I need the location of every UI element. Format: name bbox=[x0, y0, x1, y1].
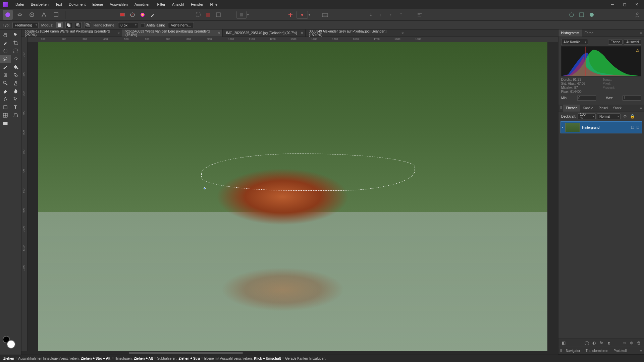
eraser-tool[interactable] bbox=[0, 87, 11, 95]
tab-stock[interactable]: Stock bbox=[610, 105, 624, 112]
clone-tool[interactable] bbox=[11, 71, 21, 79]
max-input[interactable] bbox=[623, 96, 641, 101]
arrange-forward[interactable]: ↑ bbox=[387, 11, 395, 19]
window-maximize[interactable]: ▢ bbox=[620, 1, 629, 8]
fill-tool[interactable] bbox=[11, 63, 21, 71]
panel-dock-icon[interactable]: ⠿ bbox=[558, 105, 563, 112]
menu-auswaehlen[interactable]: Auswählen bbox=[106, 1, 131, 8]
menu-ebene[interactable]: Ebene bbox=[89, 1, 106, 8]
canvas[interactable] bbox=[28, 42, 558, 351]
stock-icon[interactable] bbox=[568, 11, 576, 19]
menu-ansicht[interactable]: Ansicht bbox=[169, 1, 187, 8]
doc-tab-2[interactable]: IMG_20200625_205140.jpg [Geändert] (20.7… bbox=[223, 29, 306, 37]
account-icon[interactable] bbox=[633, 11, 641, 19]
mode-add[interactable] bbox=[65, 22, 72, 28]
menu-datei[interactable]: Datei bbox=[12, 1, 28, 8]
group-layers-icon[interactable]: ▭ bbox=[621, 340, 627, 346]
swatch-fill[interactable] bbox=[118, 11, 126, 19]
arrange-back[interactable]: ⤓ bbox=[367, 11, 375, 19]
blend-mode-dropdown[interactable]: Normal bbox=[597, 113, 621, 119]
view-tool[interactable] bbox=[0, 119, 11, 127]
histogram-layer-button[interactable]: Ebene bbox=[608, 40, 623, 45]
ruler-vertical[interactable]: 100200300400500600700800900100011001200 bbox=[21, 42, 28, 351]
marquee-tool[interactable] bbox=[11, 47, 21, 55]
menu-dokument[interactable]: Dokument bbox=[65, 1, 89, 8]
mode-new[interactable] bbox=[56, 22, 63, 28]
node-tool[interactable] bbox=[11, 95, 21, 103]
layer-link-icon[interactable]: ☐ bbox=[631, 125, 635, 129]
window-close[interactable]: ✕ bbox=[632, 1, 641, 8]
doc-tab-1[interactable]: fox-1540833 Yvette van den Berg pixabay.… bbox=[122, 29, 223, 37]
tab-kanaele[interactable]: Kanäle bbox=[580, 105, 596, 112]
window-minimize[interactable]: ─ bbox=[608, 1, 617, 8]
layer-thumbnail[interactable] bbox=[565, 123, 580, 132]
channel-dropdown[interactable]: Alle Kanäle bbox=[561, 39, 588, 45]
panel-menu-icon[interactable]: ≡ bbox=[638, 105, 644, 112]
selection-brush-tool[interactable] bbox=[0, 47, 11, 55]
menu-anordnen[interactable]: Anordnen bbox=[131, 1, 154, 8]
menu-bearbeiten[interactable]: Bearbeiten bbox=[28, 1, 52, 8]
color-picker-tool[interactable] bbox=[0, 39, 11, 47]
crop-tool[interactable] bbox=[11, 39, 21, 47]
persona-liquify[interactable] bbox=[15, 10, 25, 20]
text-tool[interactable]: T bbox=[11, 103, 21, 111]
menu-text[interactable]: Text bbox=[52, 1, 65, 8]
zoom-tool[interactable] bbox=[0, 79, 11, 87]
quickmask-icon[interactable] bbox=[236, 11, 247, 19]
typ-dropdown[interactable]: Freihändig bbox=[12, 22, 39, 28]
swatch-none[interactable] bbox=[128, 11, 137, 19]
add-fx-icon[interactable]: fx bbox=[598, 340, 604, 346]
add-mask-icon[interactable]: ◯ bbox=[584, 340, 590, 346]
color-swatches[interactable] bbox=[0, 333, 21, 353]
tab-pinsel[interactable]: Pinsel bbox=[596, 105, 610, 112]
histogram-selection-button[interactable]: Auswahl bbox=[624, 40, 641, 45]
layer-row[interactable]: ▪ Hintergrund ☐ ☑ bbox=[560, 121, 642, 133]
tab-histogramm[interactable]: Histogramm bbox=[558, 29, 582, 37]
doc-tab-3[interactable]: 3805349 Alexander Grey auf Pixabay.jpg [… bbox=[306, 29, 406, 37]
paint-brush-tool[interactable] bbox=[0, 63, 11, 71]
add-layer-icon[interactable]: ⊕ bbox=[629, 340, 635, 346]
snap-options-icon[interactable] bbox=[297, 11, 308, 19]
delete-layer-icon[interactable]: 🗑 bbox=[636, 340, 642, 346]
panel-dock-icon[interactable]: ⠿ bbox=[558, 347, 563, 354]
close-icon[interactable]: × bbox=[301, 31, 303, 36]
menu-fenster[interactable]: Fenster bbox=[187, 1, 207, 8]
assistant-icon[interactable] bbox=[321, 11, 329, 19]
color-wheel-icon[interactable] bbox=[139, 11, 147, 19]
foreground-color-swatch[interactable] bbox=[7, 340, 15, 349]
arrange-backward[interactable]: ↓ bbox=[377, 11, 385, 19]
tab-farbe[interactable]: Farbe bbox=[582, 29, 596, 37]
selection-handle[interactable] bbox=[204, 187, 206, 189]
close-icon[interactable]: × bbox=[401, 31, 404, 36]
hand-tool[interactable] bbox=[0, 31, 11, 39]
layer-name-label[interactable]: Hintergrund bbox=[582, 126, 629, 129]
doc-tab-0[interactable]: couple-1718244 Karen Warfel auf Pixabay.… bbox=[21, 29, 122, 37]
min-input[interactable] bbox=[577, 96, 596, 101]
ruler-horizontal[interactable]: 1002003004005006007008009001000110012001… bbox=[28, 37, 558, 42]
selection-mode-1[interactable] bbox=[194, 11, 202, 19]
panel-menu-icon[interactable]: ≡ bbox=[638, 29, 644, 37]
blur-tool[interactable] bbox=[11, 87, 21, 95]
persona-export[interactable] bbox=[51, 10, 61, 20]
perspective-tool[interactable] bbox=[11, 111, 21, 119]
panel-menu-icon[interactable]: ≡ bbox=[638, 347, 644, 354]
tab-navigator[interactable]: Navigator bbox=[563, 347, 583, 354]
tab-protokoll[interactable]: Protokoll bbox=[611, 347, 629, 354]
mode-subtract[interactable] bbox=[75, 22, 82, 28]
align-icon[interactable] bbox=[416, 11, 424, 19]
timer-tool[interactable] bbox=[11, 79, 21, 87]
feather-dropdown[interactable]: 0 px bbox=[118, 22, 138, 28]
eyedropper-tool-icon[interactable] bbox=[149, 11, 157, 19]
horizontal-scrollbar[interactable] bbox=[21, 351, 558, 355]
shape-tool[interactable] bbox=[0, 103, 11, 111]
menu-filter[interactable]: Filter bbox=[154, 1, 169, 8]
persona-tone[interactable] bbox=[39, 10, 49, 20]
mesh-tool[interactable] bbox=[0, 111, 11, 119]
heal-tool[interactable] bbox=[0, 71, 11, 79]
flood-select-tool[interactable] bbox=[11, 55, 21, 63]
tab-transformieren[interactable]: Transformieren bbox=[583, 347, 611, 354]
layer-gear-icon[interactable]: ⚙ bbox=[622, 113, 628, 119]
add-adjustment-icon[interactable]: ◐ bbox=[591, 340, 597, 346]
mode-intersect[interactable] bbox=[84, 22, 91, 28]
menu-hilfe[interactable]: Hilfe bbox=[207, 1, 221, 8]
